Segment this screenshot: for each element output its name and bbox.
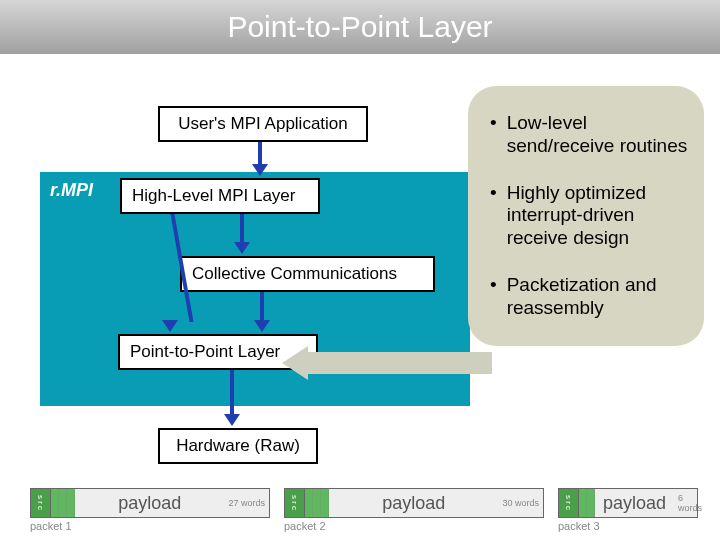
packet-src-label: s r c <box>559 489 579 517</box>
arrow-head-icon <box>224 414 240 426</box>
arrow-head-icon <box>234 242 250 254</box>
bullet-text: Highly optimized interrupt-driven receiv… <box>507 182 690 250</box>
bullet-item: •Packetization and reassembly <box>490 274 690 320</box>
packet-1: s r c payload 27 words packet 1 <box>30 488 270 532</box>
packet-header-bars-icon <box>579 489 595 517</box>
arrow-user-high <box>258 142 262 166</box>
bullet-icon: • <box>490 182 497 250</box>
bullet-item: •Low-level send/receive routines <box>490 112 690 158</box>
packet-3: s r c payload 6 words packet 3 <box>558 488 698 532</box>
arrow-coll-ptp <box>260 292 264 322</box>
title-bar: Point-to-Point Layer <box>0 0 720 54</box>
bullet-icon: • <box>490 112 497 158</box>
bullet-text: Low-level send/receive routines <box>507 112 690 158</box>
packet-label: packet 1 <box>30 520 270 532</box>
arrow-ptp-hw <box>230 370 234 416</box>
arrow-high-coll <box>240 214 244 244</box>
packet-word-count: 6 words <box>674 493 706 513</box>
bullet-item: •Highly optimized interrupt-driven recei… <box>490 182 690 250</box>
packet-word-count: 27 words <box>224 498 269 508</box>
box-collective-comm: Collective Communications <box>180 256 435 292</box>
box-user-app: User's MPI Application <box>158 106 368 142</box>
packet-src-label: s r c <box>31 489 51 517</box>
arrow-head-icon <box>252 164 268 176</box>
slide-title: Point-to-Point Layer <box>227 10 492 44</box>
packet-word-count: 30 words <box>498 498 543 508</box>
bullet-text: Packetization and reassembly <box>507 274 690 320</box>
packet-header-bars-icon <box>305 489 329 517</box>
packet-2: s r c payload 30 words packet 2 <box>284 488 544 532</box>
callout-arrow-head-icon <box>282 346 308 380</box>
packet-row: s r c payload 27 words packet 1 s r c pa… <box>30 488 710 532</box>
callout-arrow-body <box>308 352 492 374</box>
packet-header-bars-icon <box>51 489 75 517</box>
box-high-level-layer: High-Level MPI Layer <box>120 178 320 214</box>
packet-src-label: s r c <box>285 489 305 517</box>
arrow-head-icon <box>254 320 270 332</box>
arrow-head-icon <box>162 320 178 332</box>
packet-label: packet 3 <box>558 520 698 532</box>
packet-payload: payload <box>75 489 224 517</box>
bullet-panel: •Low-level send/receive routines •Highly… <box>468 86 704 346</box>
box-hardware-raw: Hardware (Raw) <box>158 428 318 464</box>
packet-payload: payload <box>595 489 674 517</box>
content-area: r.MPI User's MPI Application High-Level … <box>0 54 720 474</box>
packet-label: packet 2 <box>284 520 544 532</box>
callout-arrow <box>282 346 492 380</box>
rmpi-label: r.MPI <box>50 180 93 201</box>
bullet-icon: • <box>490 274 497 320</box>
packet-payload: payload <box>329 489 498 517</box>
